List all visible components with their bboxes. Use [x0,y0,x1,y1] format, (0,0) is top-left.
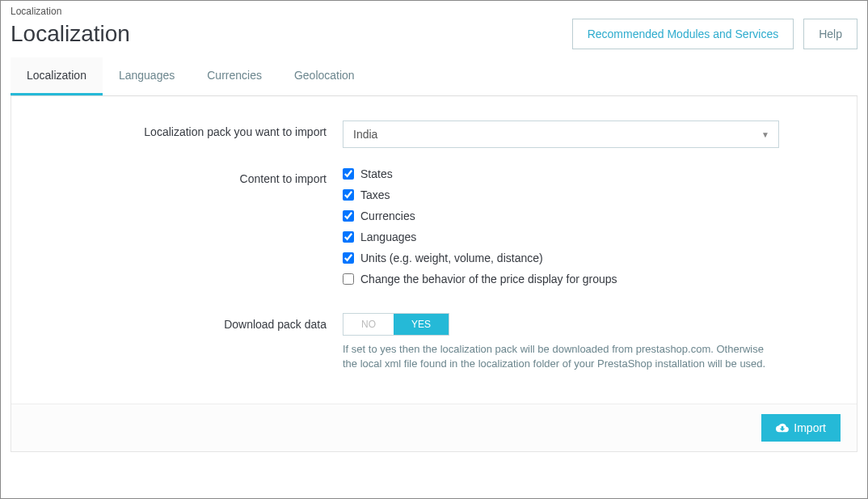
import-button-label: Import [794,421,826,434]
checkbox-currencies-label: Currencies [360,209,415,222]
tab-currencies[interactable]: Currencies [191,57,278,95]
checkbox-price-behavior[interactable] [343,273,354,285]
label-content: Content to import [36,167,343,294]
checkbox-taxes[interactable] [343,189,354,201]
import-panel: Localization pack you want to import Ind… [11,96,857,452]
check-taxes[interactable]: Taxes [343,188,779,201]
download-help-text: If set to yes then the localization pack… [343,342,779,371]
tab-languages[interactable]: Languages [103,57,191,95]
label-download: Download pack data [36,313,343,371]
check-price-behavior[interactable]: Change the behavior of the price display… [343,273,779,285]
page-title: Localization [11,21,563,47]
row-content: Content to import States Taxes Currencie… [36,167,832,294]
label-pack: Localization pack you want to import [36,121,343,148]
tab-localization[interactable]: Localization [11,57,103,95]
checkbox-states-label: States [360,167,393,180]
help-button[interactable]: Help [803,19,857,49]
checkbox-languages-label: Languages [360,230,416,243]
breadcrumb: Localization [11,6,857,17]
checkbox-taxes-label: Taxes [360,188,390,201]
checkbox-price-behavior-label: Change the behavior of the price display… [360,273,617,285]
recommended-modules-button[interactable]: Recommended Modules and Services [572,19,794,49]
page-header: Localization Recommended Modules and Ser… [11,19,857,49]
localization-page: Localization Localization Recommended Mo… [0,0,868,499]
panel-footer: Import [11,404,857,451]
panel-body: Localization pack you want to import Ind… [11,96,857,404]
toggle-no[interactable]: NO [343,314,394,335]
pack-select-wrap: India ▼ [343,121,779,148]
checkbox-units-label: Units (e.g. weight, volume, distance) [360,252,543,264]
tabs-bar: Localization Languages Currencies Geoloc… [11,57,857,96]
checkbox-states[interactable] [343,168,354,180]
import-button[interactable]: Import [761,414,841,442]
cloud-download-icon [776,421,789,434]
toggle-yes[interactable]: YES [394,314,449,335]
checkbox-languages[interactable] [343,231,354,243]
checkbox-units[interactable] [343,252,354,264]
check-states[interactable]: States [343,167,779,180]
check-currencies[interactable]: Currencies [343,209,779,222]
tab-geolocation[interactable]: Geolocation [278,57,371,95]
check-languages[interactable]: Languages [343,230,779,243]
pack-select[interactable]: India [343,121,779,148]
download-toggle[interactable]: NO YES [343,313,449,336]
row-pack: Localization pack you want to import Ind… [36,121,832,148]
check-units[interactable]: Units (e.g. weight, volume, distance) [343,252,779,264]
row-download: Download pack data NO YES If set to yes … [36,313,832,371]
checkbox-currencies[interactable] [343,210,354,222]
